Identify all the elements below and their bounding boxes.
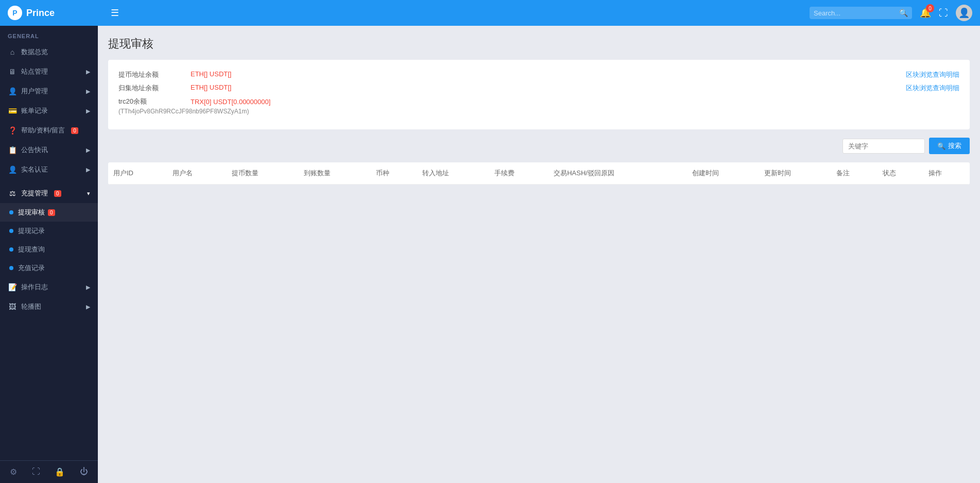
sidebar-item-realname[interactable]: 👤 实名认证 ▶ <box>0 160 98 179</box>
logo-icon: P <box>8 6 22 20</box>
col-remark: 备注 <box>831 162 878 185</box>
search-row: 🔍 搜索 <box>108 138 970 154</box>
deposit-manage-badge: 0 <box>54 190 61 197</box>
sidebar-item-site-manage[interactable]: 🖥 站点管理 ▶ <box>0 62 98 81</box>
withdraw-review-badge: 0 <box>48 209 55 216</box>
arrow-icon: ▶ <box>86 88 90 95</box>
info-value-eth-usdt-1: ETH[] USDT[] <box>191 70 231 78</box>
info-row-2: 归集地址余额 ETH[] USDT[] 区块浏览查询明细 <box>118 84 959 93</box>
arrow-icon: ▶ <box>86 108 90 114</box>
sidebar-section-label: GENERAL <box>0 26 98 42</box>
sidebar-bottom: ⚙ ⛶ 🔒 ⏻ <box>0 460 98 483</box>
log-icon: 📝 <box>8 283 17 291</box>
block-explorer-link-1[interactable]: 区块浏览查询明细 <box>906 70 959 79</box>
col-updated-time: 更新时间 <box>759 162 831 185</box>
top-navbar: P Prince ☰ 🔍 🔔 0 ⛶ 👤 <box>0 0 980 26</box>
col-status: 状态 <box>878 162 924 185</box>
col-operation: 操作 <box>923 162 970 185</box>
page-title: 提现审核 <box>108 36 970 52</box>
col-received-amount: 到账数量 <box>299 162 371 185</box>
search-input[interactable] <box>814 9 896 17</box>
info-row-3: trc20余额 TRX[0] USDT[0.00000000] (TTh4joP… <box>118 97 959 115</box>
col-address: 转入地址 <box>417 162 489 185</box>
search-icon: 🔍 <box>899 9 908 17</box>
realname-icon: 👤 <box>8 165 17 174</box>
sub-item-deposit-record[interactable]: 充值记录 <box>0 259 98 277</box>
sidebar-item-banner-label: 轮播图 <box>21 302 41 311</box>
table-header: 用户ID 用户名 提币数量 到账数量 币种 转入地址 手续费 交易HASH/驳回… <box>108 162 970 185</box>
sidebar-item-dashboard[interactable]: ⌂ 数据总览 <box>0 42 98 62</box>
app-name: Prince <box>26 8 55 19</box>
sidebar-item-account-log-label: 账单记录 <box>21 106 48 115</box>
info-card: 提币地址余额 ETH[] USDT[] 区块浏览查询明细 归集地址余额 ETH[… <box>108 60 970 129</box>
sidebar-item-realname-label: 实名认证 <box>21 165 48 174</box>
info-sub-label: (TTh4joPv8GhR9RCcJF98nb96PF8WSZyA1m) <box>118 108 249 115</box>
info-label-3: trc20余额 <box>118 97 180 106</box>
layout: GENERAL ⌂ 数据总览 🖥 站点管理 ▶ 👤 用户管理 ▶ 💳 账单记录 … <box>0 26 980 483</box>
sidebar-item-help[interactable]: ❓ 帮助/资料/留言 0 <box>0 121 98 140</box>
expand-icon[interactable]: ⛶ <box>32 467 40 477</box>
keyword-input[interactable] <box>843 139 925 154</box>
col-withdraw-amount: 提币数量 <box>227 162 299 185</box>
card-icon: 💳 <box>8 107 17 115</box>
power-icon[interactable]: ⏻ <box>80 467 88 477</box>
balance-icon: ⚖ <box>8 189 17 197</box>
sidebar-item-help-label: 帮助/资料/留言 <box>21 126 65 135</box>
info-label-1: 提币地址余额 <box>118 70 180 79</box>
sidebar-item-notice-label: 公告快讯 <box>21 145 48 155</box>
search-btn-icon: 🔍 <box>937 142 945 150</box>
search-btn-label: 搜索 <box>948 141 961 151</box>
table-header-row: 用户ID 用户名 提币数量 到账数量 币种 转入地址 手续费 交易HASH/驳回… <box>108 162 970 185</box>
sidebar-item-account-log[interactable]: 💳 账单记录 ▶ <box>0 101 98 121</box>
sub-item-withdraw-record[interactable]: 提现记录 <box>0 222 98 240</box>
sidebar-item-deposit-manage[interactable]: ⚖ 充提管理 0 ▾ <box>0 184 98 203</box>
lock-icon[interactable]: 🔒 <box>55 467 65 477</box>
help-badge: 0 <box>71 127 78 134</box>
sidebar-item-deposit-manage-label: 充提管理 <box>21 189 48 198</box>
settings-icon[interactable]: ⚙ <box>10 467 17 477</box>
sidebar-item-user-manage[interactable]: 👤 用户管理 ▶ <box>0 81 98 101</box>
block-explorer-link-2[interactable]: 区块浏览查询明细 <box>906 84 959 93</box>
sidebar-item-notice[interactable]: 📋 公告快讯 ▶ <box>0 140 98 160</box>
info-row-1: 提币地址余额 ETH[] USDT[] 区块浏览查询明细 <box>118 70 959 79</box>
arrow-icon: ▶ <box>86 284 90 291</box>
hamburger-button[interactable]: ☰ <box>106 5 124 21</box>
sidebar-item-site-manage-label: 站点管理 <box>21 67 48 76</box>
sidebar-item-operation-log[interactable]: 📝 操作日志 ▶ <box>0 277 98 297</box>
table-container: 用户ID 用户名 提币数量 到账数量 币种 转入地址 手续费 交易HASH/驳回… <box>108 162 970 185</box>
data-table: 用户ID 用户名 提币数量 到账数量 币种 转入地址 手续费 交易HASH/驳回… <box>108 162 970 185</box>
info-value-trx-usdt: TRX[0] USDT[0.00000000] <box>191 98 270 106</box>
sub-item-withdraw-query-label: 提现查询 <box>18 245 45 254</box>
notification-badge: 0 <box>926 4 934 12</box>
arrow-icon: ▶ <box>86 147 90 154</box>
col-currency: 币种 <box>371 162 417 185</box>
sidebar-item-user-manage-label: 用户管理 <box>21 87 48 96</box>
expand-button[interactable]: ⛶ <box>939 8 948 19</box>
arrow-icon: ▶ <box>86 69 90 75</box>
col-created-time: 创建时间 <box>687 162 759 185</box>
arrow-icon: ▶ <box>86 304 90 310</box>
search-button[interactable]: 🔍 搜索 <box>929 138 970 154</box>
sidebar-item-operation-log-label: 操作日志 <box>21 282 48 292</box>
info-value-eth-usdt-2: ETH[] USDT[] <box>191 84 231 91</box>
main-content: 提现审核 提币地址余额 ETH[] USDT[] 区块浏览查询明细 归集地址余额… <box>98 26 980 483</box>
arrow-icon: ▶ <box>86 166 90 173</box>
help-icon: ❓ <box>8 126 17 135</box>
image-icon: 🖼 <box>8 303 17 311</box>
notification-button[interactable]: 🔔 0 <box>920 7 931 19</box>
info-label-2: 归集地址余额 <box>118 84 180 93</box>
deposit-manage-submenu: 提现审核 0 提现记录 提现查询 充值记录 <box>0 203 98 277</box>
sidebar-item-banner[interactable]: 🖼 轮播图 ▶ <box>0 297 98 317</box>
sub-item-withdraw-record-label: 提现记录 <box>18 226 45 236</box>
sub-item-withdraw-query[interactable]: 提现查询 <box>0 240 98 259</box>
col-user-id: 用户ID <box>108 162 167 185</box>
deposit-manage-arrow: ▾ <box>87 190 90 197</box>
col-fee: 手续费 <box>489 162 548 185</box>
monitor-icon: 🖥 <box>8 68 17 76</box>
sub-item-withdraw-review[interactable]: 提现审核 0 <box>0 203 98 222</box>
sub-item-deposit-record-label: 充值记录 <box>18 263 45 273</box>
top-nav-right: 🔍 🔔 0 ⛶ 👤 <box>810 5 972 21</box>
sub-item-withdraw-review-label: 提现审核 <box>18 208 45 217</box>
notice-icon: 📋 <box>8 146 17 154</box>
avatar[interactable]: 👤 <box>956 5 972 21</box>
